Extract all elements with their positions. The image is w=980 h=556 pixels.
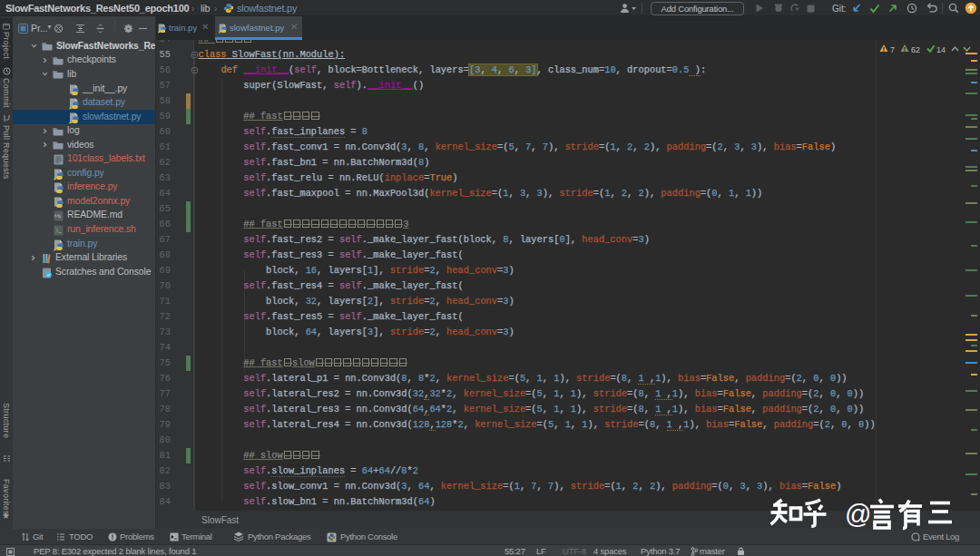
svg-text:7: 7	[890, 45, 895, 54]
svg-text:62: 62	[911, 45, 920, 54]
svg-text:14: 14	[936, 45, 946, 54]
svg-text:@: @	[845, 500, 871, 529]
